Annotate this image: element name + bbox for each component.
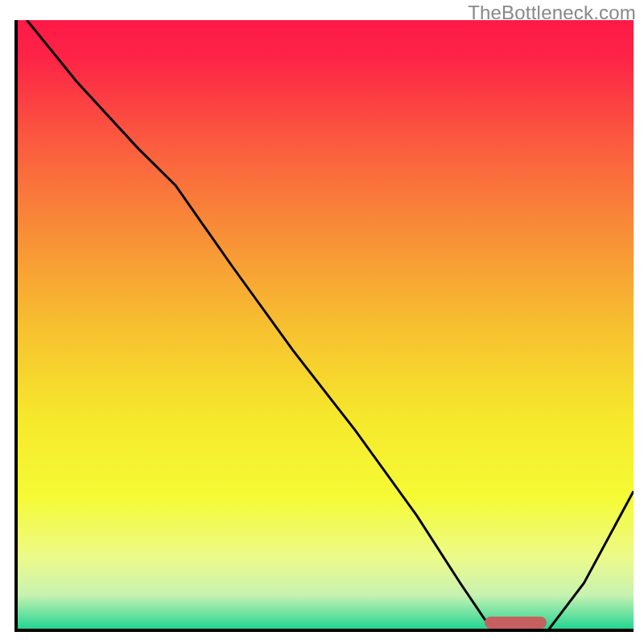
x-axis <box>14 629 634 632</box>
y-axis <box>14 20 18 632</box>
optimal-band-marker <box>485 617 547 629</box>
bottleneck-curve <box>14 20 634 632</box>
watermark-text: TheBottleneck.com <box>468 2 636 24</box>
chart-container: TheBottleneck.com <box>0 0 644 644</box>
plot-area <box>14 20 634 632</box>
